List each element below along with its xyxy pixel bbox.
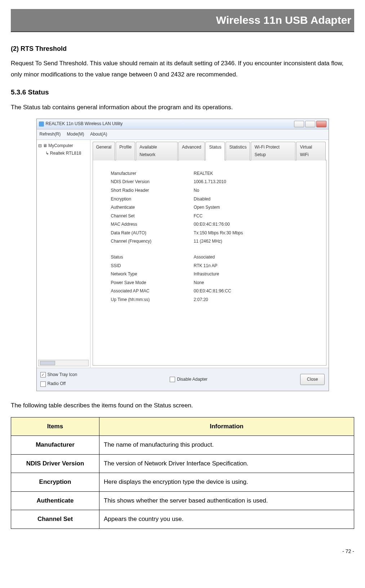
status-row: Short Radio HeaderNo [111, 187, 308, 195]
status-row: Associated AP MAC00:E0:4C:81:96:CC [111, 287, 308, 295]
status-value: No [194, 187, 199, 195]
table-intro: The following table describes the items … [11, 400, 354, 411]
status-key: NDIS Driver Version [111, 178, 194, 186]
status-key: Channel Set [111, 212, 194, 220]
page-number: - 72 - [11, 547, 354, 556]
tab-bar: General Profile Available Network Advanc… [93, 141, 326, 160]
table-cell-info: Here displays the encryption type the de… [99, 473, 354, 492]
table-header-info: Information [99, 417, 354, 436]
status-row: MAC Address00:E0:4C:81:76:00 [111, 221, 308, 229]
status-row: ManufacturerREALTEK [111, 170, 308, 178]
tab-profile[interactable]: Profile [116, 142, 135, 160]
status-value: Associated [194, 253, 215, 261]
status-key: Network Type [111, 270, 194, 278]
status-key: Data Rate (AUTO) [111, 229, 194, 237]
status-value: 11 (2462 MHz) [194, 238, 222, 246]
status-row: Channel SetFCC [111, 212, 308, 220]
table-header-items: Items [11, 417, 99, 436]
status-row: Network TypeInfrastructure [111, 270, 308, 278]
rts-heading: (2) RTS Threshold [11, 43, 354, 54]
status-value: REALTEK [194, 170, 213, 178]
table-cell-info: The version of Network Driver Interface … [99, 454, 354, 473]
status-row: Channel (Frequency)11 (2462 MHz) [111, 238, 308, 246]
status-value: None [194, 279, 204, 287]
checkbox-radio-off[interactable]: Radio Off [40, 380, 77, 388]
doc-header: Wireless 11n USB Adapter [11, 9, 354, 32]
status-key: Encryption [111, 195, 194, 203]
status-row: NDIS Driver Version1006.1.713.2010 [111, 178, 308, 186]
tab-statistics[interactable]: Statistics [226, 142, 250, 160]
description-table: Items Information ManufacturerThe name o… [11, 417, 354, 529]
table-row: Channel SetAppears the country you use. [11, 510, 354, 529]
window-close-button[interactable] [316, 121, 326, 127]
table-cell-info: Appears the country you use. [99, 510, 354, 529]
rts-paragraph: Request To Send Threshold. This value sh… [11, 58, 354, 80]
status-key: Manufacturer [111, 170, 194, 178]
status-key: Channel (Frequency) [111, 238, 194, 246]
status-value: Disabled [194, 195, 211, 203]
status-key: Associated AP MAC [111, 287, 194, 295]
tab-available-network[interactable]: Available Network [136, 142, 178, 160]
checkbox-disable-adapter[interactable]: Disable Adapter [170, 376, 208, 384]
app-icon [39, 121, 44, 127]
device-tree: ⊟ 🖥 MyComputer ↳ Realtek RTL818 [37, 140, 90, 368]
tab-wps[interactable]: Wi-Fi Protect Setup [251, 142, 295, 160]
tab-virtual-wifi[interactable]: Virtual WiFi [296, 142, 325, 160]
checkbox-show-tray[interactable]: ✓Show Tray Icon [40, 371, 77, 379]
status-row: AuthenticateOpen System [111, 204, 308, 212]
tree-child[interactable]: ↳ Realtek RTL818 [38, 150, 89, 158]
status-row: Power Save ModeNone [111, 279, 308, 287]
status-row: SSIDRTK 11n AP [111, 262, 308, 270]
tab-advanced[interactable]: Advanced [178, 142, 205, 160]
status-value: Tx:150 Mbps Rx:30 Mbps [194, 229, 243, 237]
menubar: Refresh(R) Mode(M) About(A) [37, 129, 329, 140]
menu-mode[interactable]: Mode(M) [67, 132, 84, 137]
close-button[interactable]: Close [300, 374, 325, 385]
table-cell-item: Channel Set [11, 510, 99, 529]
status-value: Open System [194, 204, 220, 212]
minimize-button[interactable] [294, 121, 304, 127]
table-cell-item: Encryption [11, 473, 99, 492]
status-value: 2:07:20 [194, 296, 208, 304]
status-key: MAC Address [111, 221, 194, 229]
tab-general[interactable]: General [93, 142, 115, 160]
tab-body-status: ManufacturerREALTEKNDIS Driver Version10… [93, 160, 326, 366]
status-key: Short Radio Header [111, 187, 194, 195]
menu-refresh[interactable]: Refresh(R) [40, 132, 61, 137]
status-row: Up Time (hh:mm:ss)2:07:20 [111, 296, 308, 304]
tab-status[interactable]: Status [205, 142, 225, 160]
window-footer: ✓Show Tray Icon Radio Off Disable Adapte… [37, 368, 329, 391]
menu-about[interactable]: About(A) [90, 132, 107, 137]
status-row: EncryptionDisabled [111, 195, 308, 203]
status-value: RTK 11n AP [194, 262, 218, 270]
status-value: Infrastructure [194, 270, 219, 278]
table-row: EncryptionHere displays the encryption t… [11, 473, 354, 492]
table-row: ManufacturerThe name of manufacturing th… [11, 436, 354, 455]
status-row: Data Rate (AUTO)Tx:150 Mbps Rx:30 Mbps [111, 229, 308, 237]
table-cell-item: Manufacturer [11, 436, 99, 455]
status-paragraph: The Status tab contains general informat… [11, 102, 354, 113]
table-row: NDIS Driver VersionThe version of Networ… [11, 454, 354, 473]
maximize-button[interactable] [305, 121, 315, 127]
table-cell-info: The name of manufacturing this product. [99, 436, 354, 455]
table-cell-item: NDIS Driver Version [11, 454, 99, 473]
status-value: FCC [194, 212, 203, 220]
status-key: Authenticate [111, 204, 194, 212]
status-key: Power Save Mode [111, 279, 194, 287]
status-value: 1006.1.713.2010 [194, 178, 226, 186]
tree-root[interactable]: ⊟ 🖥 MyComputer [38, 142, 89, 150]
status-key: Status [111, 253, 194, 261]
status-heading: 5.3.6 Status [11, 86, 354, 98]
app-window: REALTEK 11n USB Wireless LAN Utility Ref… [36, 119, 329, 391]
status-key: Up Time (hh:mm:ss) [111, 296, 194, 304]
screenshot-container: REALTEK 11n USB Wireless LAN Utility Ref… [11, 119, 354, 391]
table-cell-info: This shows whether the server based auth… [99, 491, 354, 510]
status-key: SSID [111, 262, 194, 270]
window-titlebar: REALTEK 11n USB Wireless LAN Utility [37, 119, 329, 129]
window-title: REALTEK 11n USB Wireless LAN Utility [46, 120, 123, 128]
status-row: StatusAssociated [111, 253, 308, 261]
tree-scrollbar[interactable] [38, 360, 89, 366]
table-cell-item: Authenticate [11, 491, 99, 510]
status-value: 00:E0:4C:81:76:00 [194, 221, 230, 229]
status-value: 00:E0:4C:81:96:CC [194, 287, 231, 295]
